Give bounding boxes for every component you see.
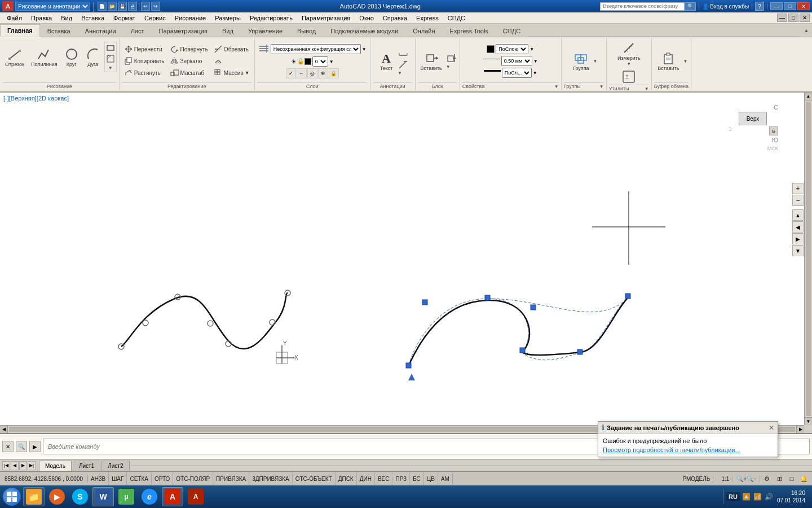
tray-icon-sound[interactable]: 🔊 bbox=[764, 492, 774, 502]
zoom-out-btn[interactable]: − bbox=[792, 195, 804, 206]
ribbon-minimize[interactable]: ▲ bbox=[801, 24, 812, 37]
close-btn[interactable]: ✕ bbox=[797, 2, 810, 10]
scrollbar-v-thumb[interactable] bbox=[806, 102, 811, 416]
pan-up-btn[interactable]: ▲ bbox=[792, 209, 804, 221]
menu-spds[interactable]: СПДС bbox=[443, 14, 470, 22]
clipboard-expand[interactable]: ▼ bbox=[683, 59, 687, 64]
status-ots-obj[interactable]: ОТС-ОБЪЕКТ bbox=[293, 472, 336, 485]
layer-config-select[interactable]: Несохраненная конфигурация сло... bbox=[271, 44, 361, 54]
scrollbar-h-right[interactable]: ▶ bbox=[796, 426, 804, 433]
taskbar-utorrent[interactable]: μ bbox=[116, 487, 137, 506]
taskbar-media[interactable]: ▶ bbox=[46, 487, 68, 506]
tool-trim[interactable]: Обрезать bbox=[211, 43, 252, 55]
sub-minimize[interactable]: — bbox=[777, 14, 787, 22]
layer-btn-2[interactable]: ← bbox=[297, 68, 307, 78]
sub-restore[interactable]: □ bbox=[788, 14, 798, 22]
tab-spds[interactable]: СПДС bbox=[496, 24, 528, 37]
grip-points[interactable] bbox=[406, 294, 630, 380]
menu-help[interactable]: Справка bbox=[378, 14, 412, 22]
tool-dimension[interactable] bbox=[398, 47, 409, 58]
workspace-combo[interactable]: Рисование и аннотацииРисование и аннотац… bbox=[15, 2, 90, 11]
minimize-btn[interactable]: — bbox=[770, 2, 783, 10]
menu-format[interactable]: Формат bbox=[109, 14, 140, 22]
layer-color[interactable] bbox=[304, 58, 311, 65]
tool-offset[interactable] bbox=[211, 55, 252, 67]
notif-close-btn[interactable]: ✕ bbox=[769, 424, 774, 432]
status-scale[interactable]: 1:1 bbox=[718, 476, 732, 482]
cmd-search-btn[interactable]: 🔍 bbox=[16, 441, 27, 452]
tool-measure[interactable]: Измерить ▼ bbox=[615, 40, 643, 68]
start-btn[interactable] bbox=[2, 487, 21, 506]
status-setka[interactable]: СЕТКА bbox=[127, 472, 152, 485]
toolbar-btn-undo[interactable]: ↩ bbox=[141, 2, 150, 11]
tray-icon-1[interactable]: 🔼 bbox=[741, 492, 752, 502]
notif-link[interactable]: Просмотр подробностей о печати/публикаци… bbox=[603, 446, 773, 453]
scrollbar-vertical[interactable]: ▲ ▼ bbox=[804, 93, 812, 425]
status-settings-icon[interactable]: ⚙ bbox=[761, 473, 773, 484]
prop-lineweight-select[interactable]: ПоСл... bbox=[502, 68, 532, 78]
tab-model[interactable]: Модель bbox=[39, 461, 72, 471]
status-viewport-icon[interactable]: □ bbox=[786, 473, 797, 484]
sheet-nav-last[interactable]: ▶| bbox=[28, 461, 36, 470]
status-privyazka[interactable]: ПРИВЯЗКА bbox=[213, 472, 249, 485]
tab-sheet[interactable]: Лист bbox=[123, 24, 152, 37]
status-prz[interactable]: ПРЗ bbox=[392, 472, 410, 485]
tool-circle[interactable]: Круг bbox=[61, 42, 82, 72]
tool-hatch[interactable] bbox=[105, 54, 116, 64]
prop-color-select[interactable]: ПоСлою bbox=[496, 44, 528, 54]
sheet-nav-first[interactable]: |◀ bbox=[2, 461, 10, 470]
menu-edit[interactable]: Правка bbox=[27, 14, 56, 22]
sheet-nav-next[interactable]: ▶ bbox=[19, 461, 27, 470]
taskbar-explorer[interactable]: 📁 bbox=[23, 487, 45, 506]
search-input[interactable] bbox=[600, 2, 685, 11]
tool-copy[interactable]: Копировать bbox=[122, 55, 167, 67]
signin-btn[interactable]: 👤 Вход в службы bbox=[702, 3, 749, 10]
taskbar-word[interactable]: W bbox=[92, 487, 114, 506]
scrollbar-v-down[interactable]: ▼ bbox=[805, 417, 812, 425]
layer-btn-5[interactable]: 🔒 bbox=[329, 68, 339, 78]
tool-line[interactable]: Отрезок bbox=[2, 42, 27, 72]
layer-config-expand[interactable]: ▼ bbox=[362, 47, 367, 52]
pan-left-btn[interactable]: ◀ bbox=[792, 221, 804, 233]
menu-dimensions[interactable]: Размеры bbox=[210, 14, 245, 22]
status-notification-icon[interactable]: 🔔 bbox=[798, 473, 810, 484]
tool-stretch[interactable]: Растянуть bbox=[122, 67, 167, 78]
sheet-nav-prev[interactable]: ◀ bbox=[11, 461, 19, 470]
menu-draw[interactable]: Рисование bbox=[170, 14, 210, 22]
draw-expand[interactable]: ▼ bbox=[105, 64, 116, 71]
tab-express[interactable]: Express Tools bbox=[443, 24, 496, 37]
status-rmodel[interactable]: РМОДЕЛЬ bbox=[679, 476, 713, 482]
tool-group[interactable]: Группа bbox=[570, 50, 592, 73]
status-am[interactable]: АМ bbox=[438, 472, 453, 485]
taskbar-skype[interactable]: S bbox=[69, 487, 91, 506]
menu-service[interactable]: Сервис bbox=[140, 14, 170, 22]
tab-output[interactable]: Вывод bbox=[290, 24, 323, 37]
sub-close[interactable]: ✕ bbox=[800, 14, 810, 22]
zoom-in-btn[interactable]: + bbox=[792, 183, 804, 194]
tab-view[interactable]: Вид bbox=[215, 24, 241, 37]
tab-manage[interactable]: Управление bbox=[241, 24, 290, 37]
tool-rotate[interactable]: Повернуть bbox=[167, 43, 210, 55]
taskbar-autocad[interactable]: A bbox=[162, 487, 183, 506]
toolbar-btn-save[interactable]: 💾 bbox=[118, 2, 127, 11]
properties-panel-expand[interactable]: ▼ bbox=[554, 84, 559, 89]
menu-modify[interactable]: Редактировать bbox=[245, 14, 297, 22]
status-grid-icon[interactable]: ⊞ bbox=[774, 473, 785, 484]
cmd-close-btn[interactable]: ✕ bbox=[2, 441, 14, 452]
tool-polyline[interactable]: Полилиния bbox=[28, 42, 60, 72]
tool-scale[interactable]: Масштаб bbox=[167, 67, 210, 78]
tool-create-block[interactable] bbox=[446, 52, 457, 64]
tab-online[interactable]: Онлайн bbox=[405, 24, 442, 37]
block-expand[interactable]: ▼ bbox=[446, 64, 457, 69]
toolbar-btn-open[interactable]: 📂 bbox=[108, 2, 117, 11]
status-an3b[interactable]: АН3В bbox=[88, 472, 109, 485]
status-polyar[interactable]: ОТС-ПОЛЯР bbox=[173, 472, 213, 485]
maximize-btn[interactable]: □ bbox=[784, 2, 796, 10]
tool-paste[interactable]: Вставить bbox=[655, 50, 682, 73]
status-3dprivyazka[interactable]: 3ДПРИВЯЗКА bbox=[249, 472, 292, 485]
tool-text[interactable]: A Текст bbox=[376, 50, 396, 73]
annotation-expand[interactable]: ▼ bbox=[398, 71, 409, 76]
menu-express[interactable]: Express bbox=[412, 14, 443, 22]
tool-leader[interactable] bbox=[398, 59, 409, 70]
prop-linetype-expand[interactable]: ▼ bbox=[533, 59, 538, 64]
